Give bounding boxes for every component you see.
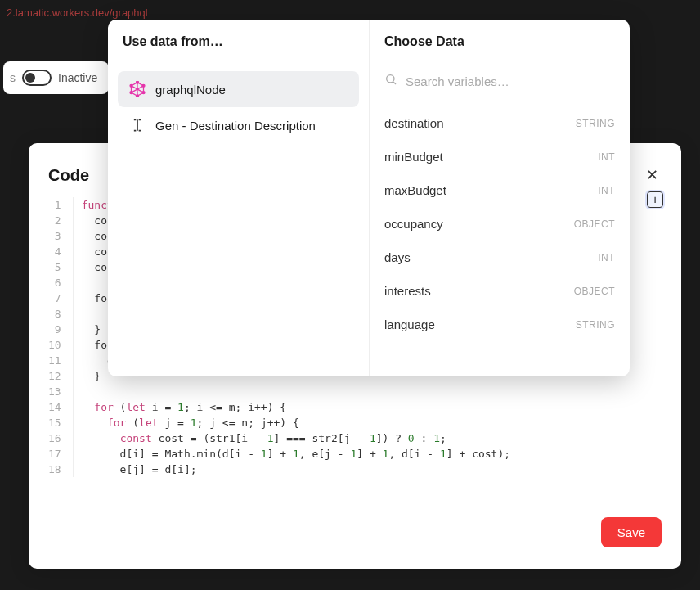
variable-item-minBudget[interactable]: minBudgetINT bbox=[370, 140, 630, 173]
svg-line-11 bbox=[393, 82, 396, 84]
toggle-label: Inactive bbox=[58, 71, 97, 84]
variable-name: days bbox=[384, 250, 411, 264]
graphql-icon bbox=[129, 81, 146, 97]
source-item-1[interactable]: Gen - Destination Description bbox=[118, 107, 359, 143]
variable-name: destination bbox=[384, 116, 444, 130]
source-list: graphqlNodeGen - Destination Description bbox=[108, 61, 369, 153]
svg-point-10 bbox=[387, 75, 394, 83]
variable-name: occupancy bbox=[384, 217, 443, 231]
popover-right-pane: Choose Data destinationSTRINGminBudgetIN… bbox=[370, 20, 630, 376]
search-icon bbox=[384, 73, 397, 89]
variable-type: STRING bbox=[576, 118, 615, 129]
search-input[interactable] bbox=[406, 74, 615, 88]
variable-type: OBJECT bbox=[574, 286, 615, 297]
variable-item-maxBudget[interactable]: maxBudgetINT bbox=[370, 173, 630, 207]
close-icon: ✕ bbox=[646, 167, 658, 183]
source-label: graphqlNode bbox=[155, 83, 226, 97]
variable-item-destination[interactable]: destinationSTRING bbox=[370, 106, 630, 140]
letter-s: s bbox=[10, 71, 16, 84]
variable-item-occupancy[interactable]: occupancyOBJECT bbox=[370, 207, 630, 241]
variable-item-interests[interactable]: interestsOBJECT bbox=[370, 274, 630, 308]
search-row bbox=[370, 61, 630, 101]
plus-icon: + bbox=[652, 193, 658, 206]
code-title: Code bbox=[48, 166, 89, 185]
close-button[interactable]: ✕ bbox=[643, 163, 662, 187]
variable-name: maxBudget bbox=[384, 183, 446, 197]
variable-type: OBJECT bbox=[574, 218, 615, 230]
save-button[interactable]: Save bbox=[601, 517, 662, 547]
data-picker-popover: Use data from… graphqlNodeGen - Destinat… bbox=[108, 20, 630, 376]
variable-item-days[interactable]: daysINT bbox=[370, 241, 630, 274]
line-gutter: 123456789101112131415161718 bbox=[48, 197, 74, 477]
inactive-toggle[interactable]: s Inactive bbox=[3, 61, 109, 94]
toggle-switch[interactable] bbox=[22, 70, 52, 86]
variable-name: minBudget bbox=[384, 150, 443, 164]
variable-type: STRING bbox=[576, 319, 615, 331]
variable-name: interests bbox=[384, 284, 431, 298]
source-label: Gen - Destination Description bbox=[155, 119, 316, 133]
use-data-from-header: Use data from… bbox=[108, 20, 369, 61]
variable-name: language bbox=[384, 318, 435, 331]
variable-type: INT bbox=[598, 151, 615, 163]
add-button[interactable]: + bbox=[647, 191, 663, 208]
text-cursor-icon bbox=[129, 117, 146, 133]
popover-left-pane: Use data from… graphqlNodeGen - Destinat… bbox=[108, 20, 370, 376]
variable-item-language[interactable]: languageSTRING bbox=[370, 308, 630, 341]
choose-data-header: Choose Data bbox=[370, 20, 630, 61]
variable-type: INT bbox=[598, 185, 615, 196]
variable-type: INT bbox=[598, 252, 615, 263]
bg-url-text: 2.lamatic.workers.dev/graphql bbox=[7, 7, 148, 19]
source-item-0[interactable]: graphqlNode bbox=[118, 71, 359, 107]
variable-list: destinationSTRINGminBudgetINTmaxBudgetIN… bbox=[370, 101, 630, 346]
